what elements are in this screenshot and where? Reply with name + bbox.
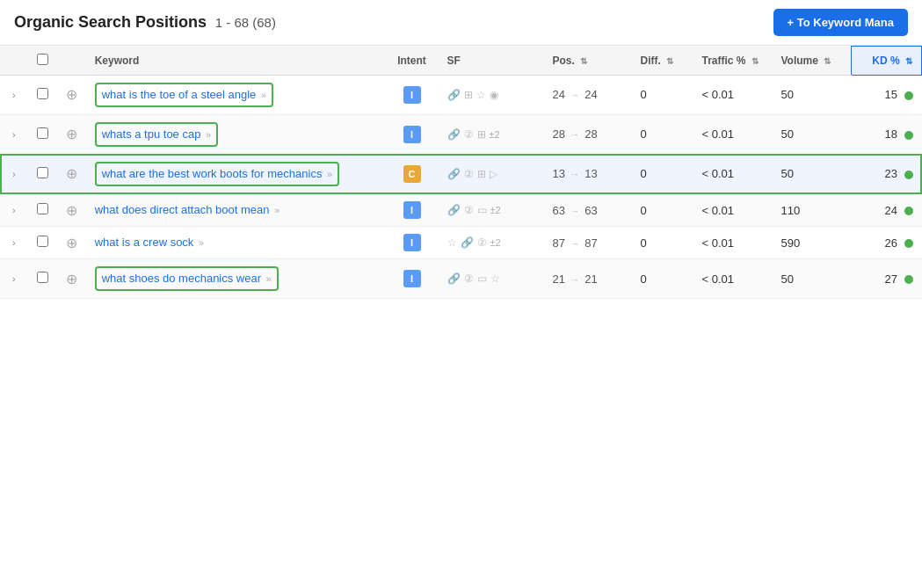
- col-diff-header[interactable]: Diff. ⇅: [632, 47, 693, 76]
- keyword-chevron: »: [327, 169, 332, 179]
- pos-cell: 24 → 24: [544, 75, 632, 114]
- volume-cell: 50: [773, 114, 852, 154]
- expand-cell: ›: [0, 75, 28, 114]
- col-add-header: [57, 47, 86, 76]
- add-button[interactable]: ⊕: [66, 202, 77, 219]
- expand-cell: ›: [0, 259, 28, 299]
- intent-badge: C: [403, 165, 421, 183]
- sf-icons: 🔗②▭±2: [447, 204, 535, 216]
- diff-value: 0: [641, 204, 647, 217]
- pos-arrow-icon: →: [570, 274, 580, 285]
- diff-value: 0: [641, 272, 647, 286]
- expand-button[interactable]: ›: [9, 167, 19, 181]
- keyword-cell: what are the best work boots for mechani…: [86, 154, 386, 193]
- row-checkbox[interactable]: [37, 167, 48, 178]
- pos-to: 28: [584, 127, 597, 141]
- checkbox-cell: [28, 259, 57, 299]
- intent-badge: I: [403, 86, 421, 104]
- header-title: Organic Search Positions 1 - 68 (68): [14, 13, 276, 32]
- keyword-link[interactable]: what are the best work boots for mechani…: [102, 167, 323, 180]
- traffic-value: < 0.01: [702, 236, 735, 250]
- col-kd-header[interactable]: KD % ⇅: [852, 47, 922, 76]
- expand-button[interactable]: ›: [9, 236, 19, 250]
- sf-icons: 🔗⊞☆◉: [447, 89, 535, 101]
- kd-value: 26: [884, 236, 897, 250]
- volume-cell: 50: [773, 154, 852, 193]
- volume-cell: 590: [773, 227, 852, 259]
- keyword-link[interactable]: what is the toe of a steel angle: [102, 88, 257, 101]
- results-table: Keyword Intent SF Pos. ⇅ Diff. ⇅ Traffic: [0, 46, 922, 299]
- checkbox-cell: [28, 154, 57, 193]
- keyword-link[interactable]: whats a tpu toe cap: [102, 127, 201, 141]
- diff-value: 0: [641, 88, 647, 101]
- sf-cell: 🔗②⊞±2: [439, 114, 544, 154]
- sf-cell: ☆🔗②±2: [439, 227, 544, 259]
- traffic-value: < 0.01: [702, 167, 735, 180]
- kd-cell: 27: [852, 259, 922, 299]
- row-checkbox[interactable]: [37, 272, 48, 283]
- table-row: › ⊕ what shoes do mechanics wear » I 🔗②▭…: [0, 259, 922, 299]
- add-button[interactable]: ⊕: [66, 86, 77, 103]
- traffic-sort-icon: ⇅: [751, 56, 759, 66]
- row-checkbox[interactable]: [37, 203, 48, 214]
- table-body: › ⊕ what is the toe of a steel angle » I…: [0, 75, 922, 299]
- kd-value: 24: [884, 204, 897, 217]
- col-volume-header[interactable]: Volume ⇅: [773, 47, 852, 76]
- add-button[interactable]: ⊕: [66, 165, 77, 182]
- table-row: › ⊕ whats a tpu toe cap » I 🔗②⊞±2 28 → 2…: [0, 114, 922, 154]
- col-traffic-header[interactable]: Traffic % ⇅: [693, 47, 773, 76]
- kd-value: 27: [884, 272, 897, 286]
- col-pos-header[interactable]: Pos. ⇅: [544, 47, 632, 76]
- volume-value: 50: [781, 88, 794, 101]
- intent-cell: C: [386, 154, 439, 193]
- row-checkbox[interactable]: [37, 88, 48, 99]
- diff-cell: 0: [632, 227, 693, 259]
- row-checkbox[interactable]: [37, 127, 48, 139]
- add-button[interactable]: ⊕: [66, 126, 77, 142]
- col-sf-header: SF: [439, 47, 544, 76]
- checkbox-cell: [28, 75, 57, 114]
- add-cell: ⊕: [57, 154, 86, 193]
- expand-button[interactable]: ›: [9, 272, 19, 286]
- add-button[interactable]: ⊕: [66, 271, 77, 287]
- kd-sort-icon: ⇅: [905, 56, 912, 66]
- row-checkbox[interactable]: [37, 236, 48, 247]
- add-cell: ⊕: [57, 227, 86, 259]
- expand-button[interactable]: ›: [9, 88, 19, 102]
- count-range: 1 - 68 (68): [215, 15, 276, 30]
- diff-value: 0: [641, 236, 647, 250]
- select-all-checkbox[interactable]: [37, 54, 48, 65]
- traffic-cell: < 0.01: [693, 75, 773, 114]
- keyword-link[interactable]: what does direct attach boot mean: [95, 203, 270, 216]
- sf-extra: ±2: [490, 129, 500, 140]
- keyword-link[interactable]: what shoes do mechanics wear: [102, 272, 261, 285]
- traffic-cell: < 0.01: [693, 259, 773, 299]
- checkbox-cell: [28, 114, 57, 154]
- traffic-value: < 0.01: [702, 272, 735, 286]
- pos-arrow-icon: →: [570, 90, 580, 100]
- volume-cell: 110: [773, 194, 852, 227]
- pos-arrow-icon: →: [570, 206, 580, 216]
- keyword-manager-button[interactable]: + To Keyword Mana: [773, 9, 908, 36]
- sf-cell: 🔗⊞☆◉: [439, 75, 544, 114]
- kd-status-dot: [904, 239, 913, 248]
- sf-cell: 🔗②▭±2: [439, 194, 544, 227]
- traffic-value: < 0.01: [702, 127, 735, 141]
- expand-button[interactable]: ›: [9, 203, 19, 217]
- kd-status-dot: [904, 275, 913, 284]
- pos-cell: 63 → 63: [544, 194, 632, 227]
- keyword-chevron: »: [274, 205, 280, 215]
- pos-from: 87: [553, 236, 565, 250]
- intent-badge: I: [403, 270, 421, 287]
- pos-arrow-icon: →: [570, 129, 580, 140]
- keyword-link[interactable]: what is a crew sock: [95, 236, 194, 249]
- pos-from: 21: [553, 272, 565, 286]
- checkbox-cell: [28, 227, 57, 259]
- pos-sort-icon: ⇅: [580, 56, 587, 66]
- col-keyword-header: Keyword: [86, 47, 386, 76]
- sf-icons: 🔗②⊞▷: [447, 168, 535, 180]
- kd-value: 15: [884, 88, 897, 101]
- sf-extra: ±2: [490, 237, 501, 248]
- add-button[interactable]: ⊕: [66, 235, 77, 251]
- expand-button[interactable]: ›: [9, 127, 19, 142]
